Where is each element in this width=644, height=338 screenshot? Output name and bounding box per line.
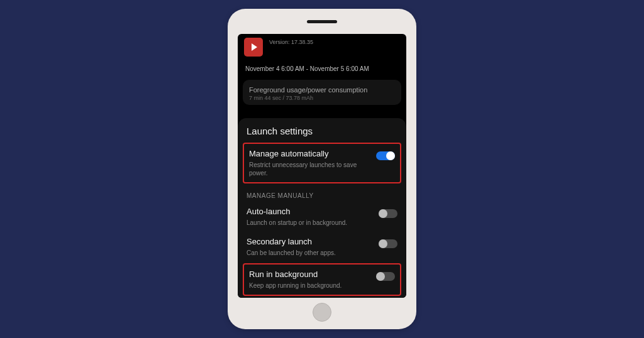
run-in-background-label: Run in background [249, 270, 370, 280]
manage-manually-heading: MANAGE MANUALLY [238, 185, 406, 202]
manage-automatically-toggle[interactable] [376, 151, 395, 160]
toggle-knob-icon [379, 239, 387, 248]
secondary-launch-toggle[interactable] [379, 239, 397, 248]
usage-panel: Foreground usage/power consumption 7 min… [243, 80, 401, 105]
screen: Version: 17.38.35 November 4 6:00 AM - N… [238, 34, 406, 298]
manage-automatically-label: Manage automatically [249, 149, 370, 160]
toggle-knob-icon [386, 151, 395, 160]
youtube-icon [244, 38, 263, 57]
toggle-knob-icon [376, 272, 385, 281]
auto-launch-desc: Launch on startup or in background. [247, 219, 372, 227]
secondary-launch-desc: Can be launched by other apps. [247, 249, 372, 257]
auto-launch-row[interactable]: Auto-launch Launch on startup or in back… [238, 202, 406, 232]
phone-frame: Version: 17.38.35 November 4 6:00 AM - N… [228, 9, 416, 329]
highlight-run-in-background: Run in background Keep app running in ba… [243, 263, 401, 296]
manage-automatically-row[interactable]: Manage automatically Restrict unnecessar… [244, 144, 400, 182]
home-button[interactable] [313, 303, 331, 322]
secondary-launch-row[interactable]: Secondary launch Can be launched by othe… [238, 232, 406, 262]
secondary-launch-label: Secondary launch [247, 237, 372, 248]
highlight-manage-automatically: Manage automatically Restrict unnecessar… [243, 143, 401, 183]
launch-settings-sheet: Launch settings Manage automatically Res… [238, 118, 406, 298]
toggle-knob-icon [379, 209, 387, 218]
auto-launch-toggle[interactable] [379, 209, 397, 218]
usage-title: Foreground usage/power consumption [249, 86, 395, 94]
app-version-text: Version: 17.38.35 [269, 39, 313, 45]
run-in-background-desc: Keep app running in background. [249, 281, 370, 290]
usage-subtext: 7 min 44 sec / 73.78 mAh [249, 95, 395, 101]
run-in-background-toggle[interactable] [376, 272, 395, 281]
manage-automatically-desc: Restrict unnecessary launches to save po… [249, 161, 370, 177]
phone-speaker [307, 20, 337, 23]
app-header: Version: 17.38.35 [238, 34, 406, 59]
date-range-text: November 4 6:00 AM - November 5 6:00 AM [238, 59, 406, 77]
sheet-title: Launch settings [238, 126, 406, 141]
auto-launch-label: Auto-launch [247, 207, 372, 217]
run-in-background-row[interactable]: Run in background Keep app running in ba… [244, 264, 400, 295]
